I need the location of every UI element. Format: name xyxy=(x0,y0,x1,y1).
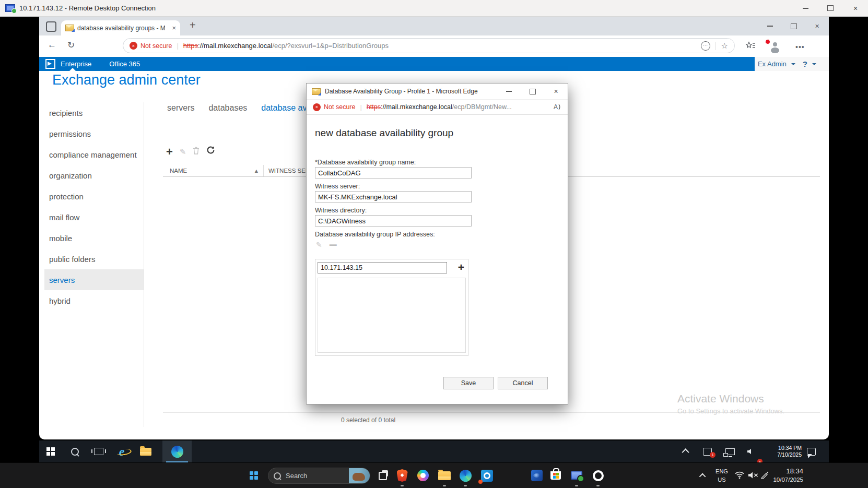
browser-toolbar: ← ↻ × Not secure | https :// mail.mkexch… xyxy=(39,35,829,56)
activate-windows-watermark: Activate Windows xyxy=(677,392,764,405)
edit-ip-icon[interactable]: ✎ xyxy=(316,241,322,249)
remote-search-button[interactable] xyxy=(64,441,85,462)
wifi-icon[interactable] xyxy=(734,471,745,481)
back-button[interactable]: ← xyxy=(48,40,56,50)
edit-icon[interactable]: ✎ xyxy=(180,147,186,157)
office-logo-icon[interactable] xyxy=(45,59,55,69)
nav-office365[interactable]: Office 365 xyxy=(109,60,140,68)
not-secure-label: Not secure xyxy=(324,103,355,111)
internet-explorer-button[interactable]: e xyxy=(111,441,132,462)
remote-volume-icon[interactable]: × xyxy=(742,441,760,462)
new-tab-button[interactable]: + xyxy=(190,19,196,31)
browser-maximize-button[interactable] xyxy=(782,17,805,35)
remote-task-view-button[interactable] xyxy=(88,441,109,462)
column-header-name[interactable]: NAME ▲ xyxy=(163,165,264,176)
ip-address-list[interactable] xyxy=(318,278,466,353)
remote-tray-app-icon[interactable]: 1 xyxy=(698,441,716,462)
sidebar-item-public-folders[interactable]: public folders xyxy=(44,248,144,269)
sidebar-item-compliance-management[interactable]: compliance management xyxy=(44,144,144,165)
host-clock[interactable]: 18:34 10/07/2025 xyxy=(768,467,803,484)
rdp-maximize-button[interactable] xyxy=(818,0,843,16)
remote-start-button[interactable] xyxy=(40,441,61,462)
witness-server-input[interactable] xyxy=(315,191,472,203)
remote-file-explorer-button[interactable] xyxy=(135,441,156,462)
save-button[interactable]: Save xyxy=(443,377,494,389)
sidebar-item-mobile[interactable]: mobile xyxy=(44,228,144,248)
sidebar-item-recipients[interactable]: recipients xyxy=(44,102,144,123)
collections-icon[interactable] xyxy=(745,41,756,53)
browser-close-button[interactable]: × xyxy=(805,17,829,35)
read-aloud-icon[interactable]: A xyxy=(554,103,561,111)
host-tray-expand-button[interactable] xyxy=(697,468,709,483)
permissions-icon[interactable]: ··· xyxy=(701,41,710,51)
remote-network-icon[interactable] xyxy=(721,441,739,462)
tab-servers[interactable]: servers xyxy=(167,103,194,113)
sidebar-item-protection[interactable]: protection xyxy=(44,186,144,207)
address-bar[interactable]: × Not secure | https :// mail.mkexchange… xyxy=(123,38,735,53)
browser-menu-icon[interactable]: ••• xyxy=(795,43,805,51)
tab-title: database availability groups - Mic xyxy=(77,25,165,32)
url-divider: | xyxy=(360,103,361,111)
dag-name-input[interactable] xyxy=(315,167,472,178)
exchange-favicon-icon xyxy=(65,25,74,31)
remote-clock[interactable]: 10:34 PM 7/10/2025 xyxy=(763,441,802,462)
account-name[interactable]: Ex Admin xyxy=(758,60,787,68)
dialog-maximize-button[interactable] xyxy=(521,84,544,99)
url-divider: | xyxy=(177,42,178,50)
host-search-box[interactable]: Search xyxy=(268,468,370,484)
outlook-button[interactable] xyxy=(479,468,494,483)
host-taskbar: Search ENG US 18:34 10/07/2025 xyxy=(0,462,868,488)
not-secure-label[interactable]: Not secure xyxy=(140,42,172,50)
host-file-explorer-button[interactable] xyxy=(437,468,452,483)
add-dag-button[interactable]: + xyxy=(166,147,173,157)
favorite-star-icon[interactable]: ☆ xyxy=(721,41,728,51)
nav-enterprise[interactable]: Enterprise xyxy=(61,60,91,68)
ip-address-input[interactable] xyxy=(318,262,447,273)
host-edge-button[interactable] xyxy=(458,468,473,483)
witness-directory-label: Witness directory: xyxy=(315,207,367,214)
sidebar-item-permissions[interactable]: permissions xyxy=(44,123,144,144)
browser-tab[interactable]: database availability groups - Mic × xyxy=(61,20,180,35)
divider xyxy=(715,42,716,50)
remote-action-center-button[interactable] xyxy=(802,441,820,462)
witness-server-label: Witness server: xyxy=(315,183,360,190)
remove-ip-icon[interactable]: — xyxy=(330,241,337,249)
sidebar-item-organization[interactable]: organization xyxy=(44,165,144,186)
microsoft-store-button[interactable] xyxy=(548,468,563,483)
sidebar-item-servers[interactable]: servers xyxy=(44,269,144,290)
remote-edge-button-active[interactable] xyxy=(162,441,192,462)
remote-tray-expand-button[interactable] xyxy=(677,441,695,462)
sidebar-item-hybrid[interactable]: hybrid xyxy=(44,290,144,311)
blue-app-button[interactable] xyxy=(530,468,544,483)
refresh-button[interactable]: ↻ xyxy=(67,40,75,50)
tab-close-icon[interactable]: × xyxy=(172,24,176,32)
refresh-icon[interactable] xyxy=(206,146,215,157)
copilot-button[interactable] xyxy=(416,468,430,483)
browser-minimize-button[interactable] xyxy=(758,17,782,35)
dialog-address-bar[interactable]: × Not secure | https :// mail.mkexchange… xyxy=(307,99,568,115)
language-indicator[interactable]: ENG US xyxy=(711,467,732,484)
volume-muted-icon[interactable] xyxy=(748,471,758,481)
not-secure-icon: × xyxy=(313,103,321,111)
add-ip-button[interactable]: + xyxy=(458,261,464,273)
brave-button[interactable] xyxy=(395,468,409,483)
cancel-button[interactable]: Cancel xyxy=(498,377,548,389)
dialog-close-button[interactable]: × xyxy=(544,84,568,99)
help-button[interactable]: ? xyxy=(803,59,807,68)
tab-actions-icon[interactable] xyxy=(46,21,56,32)
delete-icon[interactable] xyxy=(193,147,200,157)
rdp-minimize-button[interactable] xyxy=(793,0,818,16)
tab-databases[interactable]: databases xyxy=(208,103,247,113)
sidebar-item-mail-flow[interactable]: mail flow xyxy=(44,207,144,228)
outlook-badge xyxy=(478,480,483,484)
sort-ascending-icon: ▲ xyxy=(255,169,258,173)
witness-directory-input[interactable] xyxy=(315,215,472,227)
close-icon: × xyxy=(554,87,558,96)
remote-desktop-app-button[interactable] xyxy=(569,468,584,483)
rdp-close-button[interactable]: × xyxy=(843,0,868,16)
host-start-button[interactable] xyxy=(247,468,261,483)
dialog-minimize-button[interactable] xyxy=(497,84,521,99)
chevron-up-icon xyxy=(682,448,689,456)
host-task-view-button[interactable] xyxy=(375,468,390,483)
chatgpt-button[interactable] xyxy=(591,468,605,483)
